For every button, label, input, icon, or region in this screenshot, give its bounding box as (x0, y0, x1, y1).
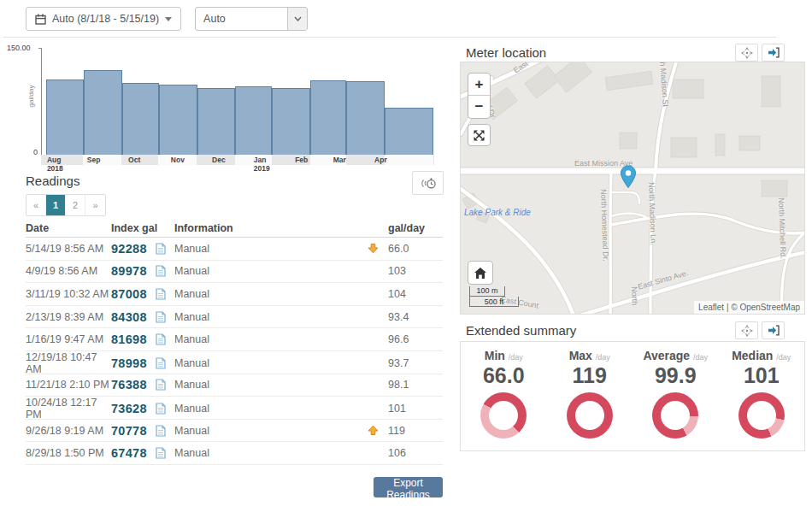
note-document-icon[interactable] (156, 243, 174, 255)
scale-metric: 100 m (469, 286, 505, 297)
meter-location-actions (735, 44, 785, 62)
note-document-icon[interactable] (156, 288, 174, 300)
reading-information: Manual (174, 311, 368, 323)
date-range-label: Auto (8/1/18 - 5/15/19) (52, 13, 159, 25)
home-button[interactable] (468, 261, 493, 285)
table-row[interactable]: 12/19/18 10:47 AM78998Manual93.7 (26, 351, 443, 374)
table-row[interactable]: 5/14/19 8:56 AM92288Manual66.0 (26, 238, 443, 261)
reading-rate-value: 106 (388, 447, 443, 459)
zoom-in-button[interactable]: + (468, 74, 490, 96)
reading-index-value: 89978 (111, 264, 156, 278)
navigator-segment (272, 155, 310, 165)
note-document-icon[interactable] (156, 311, 174, 323)
col-header-rate: gal/day (388, 222, 443, 234)
pagination-page-2[interactable]: 2 (66, 195, 85, 215)
note-document-icon[interactable] (156, 447, 174, 459)
chart-bar[interactable] (385, 108, 433, 155)
stat-label: Min /day (461, 349, 547, 362)
table-row[interactable]: 2/13/19 8:39 AM84308Manual93.4 (26, 306, 443, 329)
date-range-button[interactable]: Auto (8/1/18 - 5/15/19) (26, 7, 181, 31)
stat-donut-gauge (652, 392, 698, 439)
popout-panel-button[interactable] (762, 321, 785, 339)
reading-index-value: 87008 (111, 287, 156, 301)
popout-arrow-icon (768, 47, 780, 58)
reading-date: 9/26/18 9:19 AM (26, 425, 111, 437)
table-row[interactable]: 4/9/19 8:56 AM89978Manual103 (26, 261, 443, 284)
stat-donut-gauge (738, 392, 785, 439)
stat-unit: /day (509, 353, 523, 362)
meter-location-map[interactable]: EastSignal DrEast Mission AveNorth Madis… (460, 62, 805, 315)
extended-summary-actions (735, 321, 785, 339)
navigator-segment (235, 155, 272, 165)
reading-information: Manual (174, 288, 368, 300)
right-column: Meter location (460, 0, 805, 518)
caret-down-icon (165, 17, 172, 21)
reading-rate-value: 103 (388, 265, 443, 277)
table-row[interactable]: 9/26/18 9:19 AM70778Manual119 (26, 420, 443, 443)
navigator-segment (346, 155, 385, 165)
chart-bar[interactable] (310, 80, 346, 155)
map-zoom-control: + − (468, 73, 491, 119)
chart-bar[interactable] (122, 83, 159, 155)
readings-pagination: « 1 2 » (26, 194, 106, 216)
chart-bar[interactable] (197, 88, 236, 155)
export-readings-button[interactable]: Export Readings (374, 477, 443, 497)
chart-bar[interactable] (159, 85, 197, 155)
reading-rate-value: 66.0 (388, 243, 443, 255)
readings-table-header: Date Index gal Information gal/day (26, 219, 443, 238)
reading-date: 1/16/19 9:47 AM (26, 333, 111, 345)
table-row[interactable]: 8/29/18 1:50 PM67478Manual106 (26, 442, 443, 465)
stat-label: Median /day (719, 349, 805, 362)
mode-select[interactable]: Auto (195, 7, 308, 31)
move-icon (741, 325, 753, 337)
reading-date: 11/21/18 2:10 PM (26, 379, 111, 391)
table-row[interactable]: 1/16/19 9:47 AM81698Manual96.6 (26, 328, 443, 351)
popout-panel-button[interactable] (762, 44, 785, 62)
reading-index-value: 78998 (111, 356, 156, 370)
stat-unit: /day (776, 353, 791, 362)
chart-plot-area[interactable] (41, 48, 434, 155)
stat-unit: /day (693, 353, 708, 362)
note-document-icon[interactable] (156, 425, 174, 437)
reading-information: Manual (174, 333, 368, 345)
stat-donut-gauge (567, 392, 613, 439)
meter-location-title: Meter location (466, 45, 546, 60)
pagination-page-1[interactable]: 1 (46, 195, 66, 215)
move-panel-button[interactable] (735, 44, 758, 62)
map-scale-control: 100 m 500 ft (469, 286, 519, 307)
map-attribution: Leaflet | © OpenStreetMap (694, 301, 804, 314)
chart-bar[interactable] (235, 86, 272, 156)
auto-read-history-button[interactable] (412, 171, 444, 195)
usage-bar-chart: 150.00 0 gal/day Aug2018SepOctNovDecJan2… (0, 43, 444, 171)
move-panel-button[interactable] (735, 321, 758, 339)
note-document-icon[interactable] (156, 403, 174, 415)
chart-bar[interactable] (272, 88, 310, 155)
note-document-icon[interactable] (156, 357, 174, 369)
reading-rate-value: 93.7 (388, 357, 443, 369)
chart-bar[interactable] (84, 70, 122, 155)
map-marker-icon[interactable] (620, 165, 637, 192)
navigator-segment (121, 155, 158, 165)
note-document-icon[interactable] (156, 265, 174, 277)
note-document-icon[interactable] (156, 333, 174, 345)
table-row[interactable]: 10/24/18 12:17 PM73628Manual101 (26, 397, 443, 420)
table-row[interactable]: 3/11/19 10:32 AM87008Manual104 (26, 283, 443, 306)
popout-arrow-icon (768, 325, 780, 336)
note-document-icon[interactable] (156, 379, 174, 391)
scale-imperial: 500 ft (469, 297, 519, 307)
chart-bar[interactable] (46, 79, 84, 155)
chart-x-navigator[interactable] (41, 155, 434, 165)
mode-select-value: Auto (196, 13, 287, 25)
pagination-next-button[interactable]: » (85, 195, 105, 215)
x-axis-year-label: 2018 (47, 164, 63, 173)
fullscreen-button[interactable] (468, 124, 491, 146)
extended-summary-panel: Min /day66.0Max /day119Average /day99.9M… (460, 341, 805, 451)
pagination-prev-button[interactable]: « (26, 195, 46, 215)
chart-bar[interactable] (346, 81, 385, 155)
zoom-out-button[interactable]: − (468, 96, 490, 118)
table-row[interactable]: 11/21/18 2:10 PM76388Manual98.1 (26, 374, 443, 397)
poi-label: Lake Park & Ride (464, 208, 531, 217)
extended-summary-title: Extended summary (466, 323, 576, 338)
reading-date: 3/11/19 10:32 AM (26, 288, 111, 300)
reading-information: Manual (174, 243, 368, 255)
